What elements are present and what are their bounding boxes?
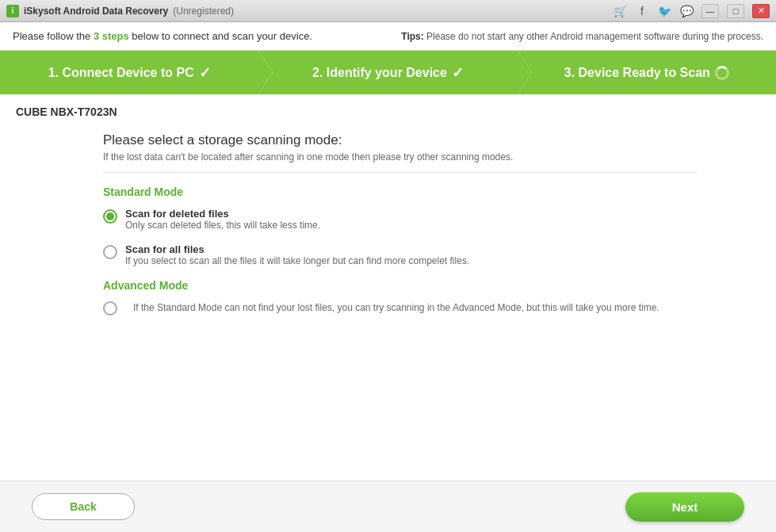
radio-all-desc: If you select to scan all the files it w… — [125, 255, 469, 266]
back-button[interactable]: Back — [32, 493, 135, 520]
registration-status: (Unregistered) — [173, 6, 234, 17]
section-divider — [103, 172, 697, 173]
tips-content: Please do not start any other Android ma… — [426, 31, 763, 42]
info-prefix: Please follow the — [13, 30, 94, 42]
advanced-mode-label: Advanced Mode — [103, 279, 697, 292]
scan-subtitle: If the lost data can't be located after … — [103, 151, 697, 163]
radio-all-icon[interactable] — [103, 245, 117, 259]
app-icon: i — [6, 5, 19, 17]
radio-deleted-text: Scan for deleted files Only scan deleted… — [125, 208, 320, 231]
info-bar: Please follow the 3 steps below to conne… — [0, 22, 776, 51]
main-content: CUBE NBX-T7023N Please select a storage … — [0, 94, 776, 480]
device-name: CUBE NBX-T7023N — [0, 94, 776, 124]
title-bar-controls: 🛒 f 🐦 💬 — □ ✕ — [613, 4, 770, 18]
close-button[interactable]: ✕ — [752, 4, 770, 18]
message-icon[interactable]: 💬 — [679, 4, 694, 18]
advanced-desc: If the Standard Mode can not find your l… — [133, 302, 659, 313]
radio-deleted-title: Scan for deleted files — [125, 208, 320, 220]
step-3-label: 3. Device Ready to Scan — [564, 66, 710, 80]
title-bar: i iSkysoft Android Data Recovery (Unregi… — [0, 0, 776, 22]
cart-icon[interactable]: 🛒 — [613, 4, 627, 18]
step-1: 1. Connect Device to PC ✓ — [0, 51, 258, 94]
radio-deleted-icon[interactable] — [103, 209, 117, 224]
radio-all-text: Scan for all files If you select to scan… — [125, 243, 469, 266]
radio-option-advanced[interactable]: If the Standard Mode can not find your l… — [103, 300, 697, 316]
info-text: Please follow the 3 steps below to conne… — [13, 30, 312, 42]
footer: Back Next — [0, 480, 776, 532]
radio-option-all[interactable]: Scan for all files If you select to scan… — [103, 243, 697, 266]
standard-mode-label: Standard Mode — [103, 186, 697, 198]
steps-bar: 1. Connect Device to PC ✓ 2. Identify yo… — [0, 51, 776, 94]
app-title: iSkysoft Android Data Recovery — [24, 6, 168, 17]
radio-advanced-icon[interactable] — [103, 301, 117, 316]
minimize-button[interactable]: — — [701, 4, 719, 18]
step-3: 3. Device Ready to Scan — [518, 51, 776, 94]
tips-label: Tips: — [401, 31, 423, 42]
info-suffix: below to connect and scan your device. — [129, 30, 312, 42]
scan-section: Please select a storage scanning mode: I… — [0, 124, 776, 480]
step-2-check-icon: ✓ — [452, 64, 464, 82]
scan-title: Please select a storage scanning mode: — [103, 132, 697, 148]
radio-option-deleted[interactable]: Scan for deleted files Only scan deleted… — [103, 208, 697, 231]
step-3-spinner-icon — [715, 66, 729, 80]
step-1-label: 1. Connect Device to PC — [48, 66, 194, 80]
steps-link[interactable]: 3 steps — [94, 30, 129, 42]
radio-all-title: Scan for all files — [125, 243, 469, 255]
facebook-icon[interactable]: f — [635, 4, 649, 18]
step-2-label: 2. Identify your Device — [312, 66, 447, 80]
tips-text: Tips: Please do not start any other Andr… — [401, 31, 763, 42]
twitter-icon[interactable]: 🐦 — [657, 4, 671, 18]
radio-deleted-desc: Only scan deleted files, this will take … — [125, 220, 320, 231]
step-1-check-icon: ✓ — [199, 64, 211, 82]
step-2: 2. Identify your Device ✓ — [258, 51, 517, 94]
next-button[interactable]: Next — [625, 492, 744, 522]
restore-button[interactable]: □ — [727, 4, 744, 18]
title-bar-left: i iSkysoft Android Data Recovery (Unregi… — [6, 5, 613, 17]
